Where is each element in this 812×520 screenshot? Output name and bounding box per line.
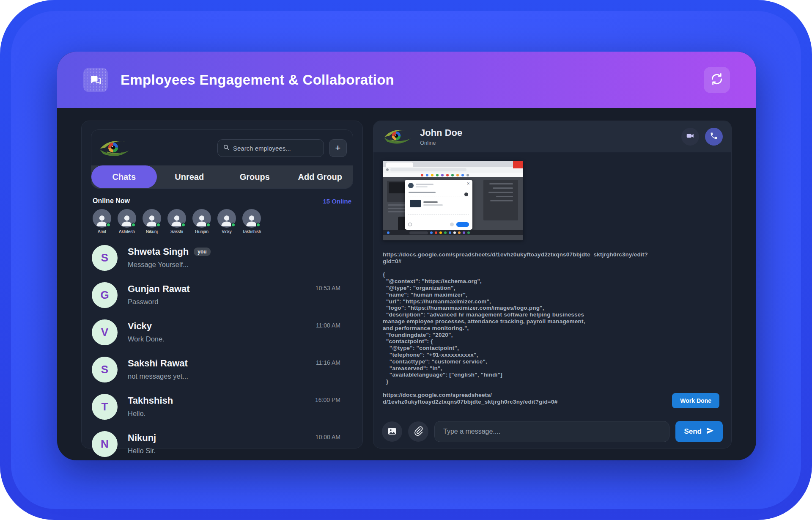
message-area: ✕	[373, 152, 731, 413]
screenshot-browser-addressbar	[383, 167, 523, 173]
online-dot	[106, 223, 111, 227]
page-title: Employees Engagement & Collaboration	[121, 72, 394, 88]
message-screenshot[interactable]: ✕	[383, 161, 523, 240]
you-badge: you	[194, 248, 210, 256]
send-label: Send	[684, 427, 702, 436]
online-user[interactable]: Sakshi	[167, 209, 187, 234]
chat-time: 11:16 AM	[316, 359, 340, 366]
composer-bar: Send	[373, 413, 731, 448]
chat-time: 11:00 AM	[316, 322, 340, 329]
sidebar-tabs: Chats Unread Groups Add Group	[91, 165, 353, 188]
online-user[interactable]: Akhilesh	[117, 209, 137, 234]
avatar: T	[92, 394, 118, 420]
chat-bubbles-icon	[83, 68, 108, 92]
online-user[interactable]: Gunjan	[192, 209, 212, 234]
online-count: 15 Online	[323, 198, 351, 205]
conversation-header: John Doe Online	[373, 121, 731, 152]
add-chat-button[interactable]: +	[329, 139, 347, 157]
app-body: + Chats Unread Groups Add Group Online N…	[57, 108, 756, 460]
tab-chats[interactable]: Chats	[91, 165, 157, 188]
phone-icon	[710, 132, 718, 141]
sidebar-top-section: + Chats Unread Groups Add Group	[91, 129, 353, 189]
send-button[interactable]: Send	[675, 421, 723, 442]
screenshot-bookmarks-row	[383, 173, 523, 177]
message-input[interactable]	[434, 421, 669, 442]
paperclip-icon	[413, 426, 423, 437]
chat-preview: Password	[128, 298, 190, 306]
screenshot-red-flag	[513, 161, 523, 168]
chat-name: Nikunj	[128, 432, 156, 443]
online-dot	[156, 223, 161, 227]
screenshot-post-button	[456, 222, 469, 227]
tab-groups[interactable]: Groups	[222, 165, 288, 188]
chat-time: 10:53 AM	[315, 285, 340, 292]
chat-row-nikunj[interactable]: N Nikunj Hello Sir. 10:00 AM	[91, 431, 353, 457]
online-user[interactable]: Amit	[92, 209, 112, 234]
chat-preview: not messages yet...	[128, 372, 188, 380]
company-logo	[97, 137, 132, 160]
chat-row-takhshish[interactable]: T Takhshish Hello. 16:00 PM	[91, 394, 353, 420]
voice-call-button[interactable]	[705, 128, 723, 146]
online-now-label: Online Now	[93, 197, 130, 205]
online-user[interactable]: Nikunj	[142, 209, 162, 234]
attach-file-button[interactable]	[408, 421, 428, 442]
refresh-icon	[710, 72, 724, 88]
refresh-button[interactable]	[704, 67, 730, 93]
screenshot-browser-tabstrip	[383, 161, 523, 167]
screen: Employees Engagement & Collaboration	[0, 0, 812, 520]
chat-name: Takhshish	[128, 395, 173, 406]
chat-row-gunjan-rawat[interactable]: G Gunjan Rawat Password 10:53 AM	[91, 282, 353, 308]
app-window: Employees Engagement & Collaboration	[57, 52, 756, 460]
screenshot-taskbar	[383, 230, 523, 235]
online-user[interactable]: Takhshish	[241, 209, 262, 234]
video-camera-icon	[686, 131, 695, 142]
online-dot	[181, 223, 186, 227]
avatar: V	[92, 319, 118, 345]
chat-preview: Hello.	[128, 410, 173, 418]
online-dot	[231, 223, 236, 227]
send-plane-icon	[706, 426, 714, 437]
screenshot-page: ✕	[383, 177, 523, 235]
chat-list: S Shweta Singh you Message Yourself... G	[91, 245, 353, 457]
peer-name: John Doe	[420, 127, 462, 138]
avatar: S	[92, 245, 118, 271]
screenshot-share-dialog: ✕	[405, 180, 472, 230]
work-done-button[interactable]: Work Done	[672, 393, 719, 408]
message-text: https://docs.google.com/spreadsheets/d/1…	[383, 251, 722, 405]
tab-add-group[interactable]: Add Group	[288, 165, 353, 188]
search-box	[217, 139, 324, 157]
online-dot	[131, 223, 136, 227]
chat-row-sakshi-rawat[interactable]: S Sakshi Rawat not messages yet... 11:16…	[91, 357, 353, 382]
video-call-button[interactable]	[681, 128, 699, 146]
chat-name: Vicky	[128, 321, 152, 332]
tab-unread[interactable]: Unread	[157, 165, 222, 188]
attach-image-button[interactable]	[382, 421, 402, 442]
chat-time: 10:00 AM	[315, 434, 340, 440]
online-user[interactable]: Vicky	[217, 209, 237, 234]
chat-preview: Message Yourself...	[128, 261, 211, 269]
chat-preview: Work Done.	[128, 335, 165, 343]
chat-preview: Hello Sir.	[128, 447, 156, 455]
image-icon	[387, 426, 397, 437]
online-dot	[256, 223, 261, 227]
chat-name: Gunjan Rawat	[128, 283, 190, 294]
chat-row-vicky[interactable]: V Vicky Work Done. 11:00 AM	[91, 319, 353, 345]
app-header: Employees Engagement & Collaboration	[57, 52, 756, 108]
chat-sidebar: + Chats Unread Groups Add Group Online N…	[81, 121, 363, 448]
conversation-panel: John Doe Online	[373, 121, 732, 448]
company-logo	[382, 126, 413, 147]
chat-row-shweta-singh[interactable]: S Shweta Singh you Message Yourself...	[91, 245, 353, 271]
avatar: S	[92, 357, 118, 382]
chat-time: 16:00 PM	[315, 396, 340, 403]
search-icon	[223, 144, 230, 152]
chat-name: Sakshi Rawat	[128, 358, 188, 369]
peer-status: Online	[420, 140, 462, 146]
avatar: N	[92, 431, 118, 457]
online-users-row: Amit Akhilesh Nikunj Sakshi	[92, 209, 352, 234]
chat-name: Shweta Singh	[128, 246, 189, 257]
search-input[interactable]	[233, 145, 318, 152]
online-dot	[206, 223, 211, 227]
avatar: G	[92, 282, 118, 308]
online-now-header: Online Now 15 Online	[93, 197, 351, 205]
